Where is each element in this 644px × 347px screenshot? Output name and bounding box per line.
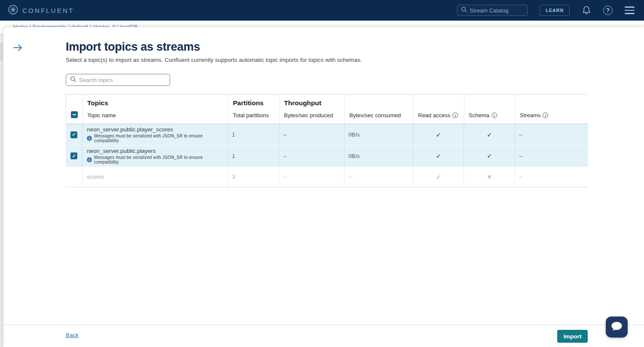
column-schema: Schema i	[464, 94, 515, 124]
row-checkbox[interactable]: ✓	[70, 131, 77, 138]
table-row[interactable]: ✓neon_server.public.playersiMessages mus…	[66, 145, 588, 166]
notifications-bell-icon[interactable]	[582, 5, 591, 15]
bytes-produced-value: --	[279, 124, 344, 145]
bytes-consumed-value: 0B/s	[344, 146, 413, 166]
partitions-value: 1	[228, 146, 279, 166]
learn-button[interactable]: LEARN	[540, 5, 570, 16]
info-icon: i	[87, 136, 92, 141]
page-title: Import topics as streams	[66, 40, 588, 54]
topic-note: iMessages must be serialized with JSON_S…	[87, 155, 228, 164]
top-navbar: CONFLUENT LEARN ?	[0, 0, 644, 21]
bytes-produced-value: --	[279, 167, 344, 187]
import-button[interactable]: Import	[557, 330, 588, 343]
stream-catalog-search[interactable]	[457, 5, 528, 16]
page-subtitle: Select a topic(s) to import as streams. …	[66, 57, 588, 63]
streams-value: --	[515, 124, 588, 145]
back-link[interactable]: Back	[66, 332, 79, 338]
topic-name: neon_server.public.player_scores	[87, 126, 173, 133]
confluent-logo-icon	[8, 5, 18, 16]
column-bytes-produced: Throughput Bytes/sec produced	[279, 94, 345, 124]
stream-catalog-input[interactable]	[470, 7, 521, 14]
partitions-value: 1	[228, 124, 279, 145]
brand-name: CONFLUENT	[22, 7, 74, 14]
panel-footer: Back Import	[3, 325, 644, 347]
info-icon[interactable]: i	[543, 113, 548, 118]
chat-button[interactable]	[606, 317, 628, 338]
streams-value: --	[515, 146, 588, 166]
read-access-mark: ✓	[413, 124, 464, 145]
schema-mark: ✓	[464, 146, 515, 166]
read-access-mark: ✓	[413, 167, 464, 187]
bytes-consumed-value: --	[344, 167, 413, 187]
import-topics-panel: Import topics as streams Select a topic(…	[3, 27, 644, 347]
topic-search-input[interactable]	[79, 77, 161, 83]
row-checkbox[interactable]: ✓	[70, 152, 77, 159]
read-access-mark: ✓	[413, 146, 464, 166]
search-icon	[461, 6, 467, 14]
info-icon: i	[87, 157, 92, 162]
table-row[interactable]: ✓neon_server.public.player_scoresiMessag…	[66, 124, 588, 145]
column-streams: Streams i	[515, 94, 589, 124]
info-icon[interactable]: i	[491, 113, 497, 118]
chat-bubble-icon	[611, 321, 623, 333]
bytes-consumed-value: 0B/s	[344, 124, 413, 145]
column-topics: Topics Topic name	[82, 94, 228, 124]
topic-note: iMessages must be serialized with JSON_S…	[87, 134, 228, 143]
column-read-access: Read access i	[413, 94, 464, 124]
select-all-checkbox[interactable]	[71, 111, 78, 118]
help-icon[interactable]: ?	[603, 6, 613, 15]
streams-value: --	[515, 167, 588, 187]
schema-mark: ✕	[464, 167, 515, 187]
table-row: scores3----✓✕--	[66, 166, 588, 187]
table-header: Topics Topic name Partitions Total parti…	[66, 94, 588, 124]
search-icon	[70, 76, 76, 84]
column-bytes-consumed: Bytes/sec consumed	[345, 94, 413, 124]
topic-name: scores	[87, 174, 104, 180]
partitions-value: 3	[228, 167, 279, 187]
schema-mark: ✓	[464, 124, 515, 145]
table-body: ✓neon_server.public.player_scoresiMessag…	[66, 124, 588, 187]
topic-name: neon_server.public.players	[87, 148, 156, 154]
topics-table: Topics Topic name Partitions Total parti…	[66, 94, 588, 187]
topic-search-box[interactable]	[66, 74, 170, 86]
menu-icon[interactable]	[625, 6, 635, 14]
background-side-tab	[0, 43, 3, 61]
column-partitions: Partitions Total partitions	[228, 94, 279, 124]
bytes-produced-value: --	[279, 146, 344, 166]
confluent-logo[interactable]: CONFLUENT	[8, 5, 74, 16]
info-icon[interactable]: i	[452, 113, 458, 118]
panel-collapse-arrow-icon[interactable]	[12, 43, 24, 54]
